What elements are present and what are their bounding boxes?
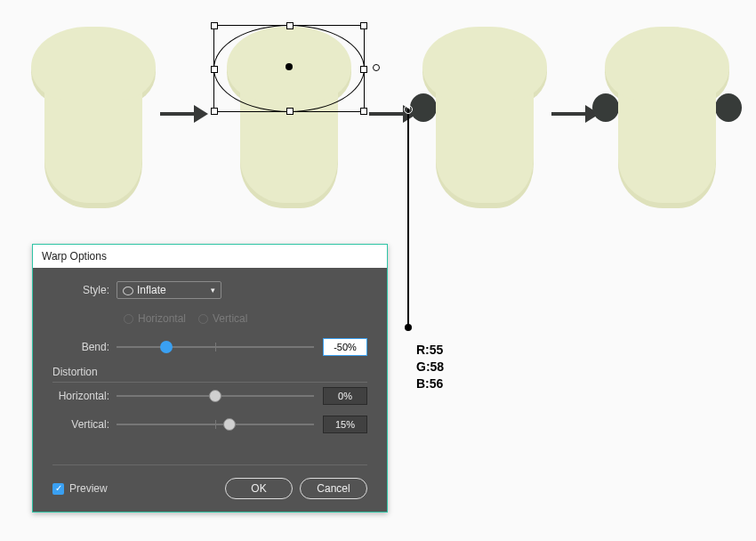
cap bbox=[31, 27, 156, 100]
dist-v-value-input[interactable]: 15% bbox=[323, 416, 367, 433]
dialog-body: Style: Inflate ▾ Horizontal Vertical Ben… bbox=[33, 268, 387, 434]
callout-end bbox=[405, 324, 412, 331]
arrow-icon bbox=[160, 105, 209, 123]
callout-origin bbox=[404, 105, 413, 114]
bend-label: Bend: bbox=[52, 341, 117, 353]
radio-horizontal-label: Horizontal bbox=[138, 312, 186, 325]
chevron-down-icon: ▾ bbox=[211, 286, 215, 295]
preview-checkbox[interactable]: ✓ Preview bbox=[52, 482, 218, 495]
dist-v-slider[interactable] bbox=[117, 416, 314, 433]
dist-h-value-input[interactable]: 0% bbox=[323, 387, 367, 405]
warp-options-dialog: Warp Options Style: Inflate ▾ Horizontal… bbox=[32, 244, 388, 513]
style-label: Style: bbox=[52, 284, 117, 296]
step-1-shape bbox=[31, 27, 156, 200]
ok-button[interactable]: OK bbox=[225, 478, 293, 499]
check-icon: ✓ bbox=[52, 483, 64, 495]
slider-thumb[interactable] bbox=[160, 341, 173, 353]
style-value: Inflate bbox=[137, 284, 166, 296]
handle-se[interactable] bbox=[360, 108, 367, 115]
step-2-shape bbox=[213, 27, 365, 200]
radio-vertical[interactable]: Vertical bbox=[198, 312, 247, 325]
cap bbox=[227, 27, 351, 100]
style-select[interactable]: Inflate ▾ bbox=[117, 281, 221, 299]
preview-label: Preview bbox=[69, 482, 108, 495]
side-widget[interactable] bbox=[373, 64, 380, 71]
cancel-button[interactable]: Cancel bbox=[300, 478, 367, 499]
handle-e[interactable] bbox=[360, 66, 367, 73]
dist-horizontal-row: Horizontal: 0% bbox=[52, 386, 367, 406]
rgb-r: R:55 bbox=[416, 342, 444, 359]
step-3-shape bbox=[422, 27, 547, 200]
radio-dot bbox=[198, 314, 208, 324]
inflate-icon bbox=[123, 287, 133, 295]
radio-horizontal[interactable]: Horizontal bbox=[124, 312, 186, 325]
rgb-g: G:58 bbox=[416, 359, 444, 375]
orientation-row: Horizontal Vertical bbox=[52, 309, 367, 328]
slider-thumb[interactable] bbox=[209, 390, 221, 402]
dist-v-label: Vertical: bbox=[52, 418, 117, 431]
right-ear bbox=[715, 93, 742, 122]
style-row: Style: Inflate ▾ bbox=[52, 280, 367, 300]
dist-vertical-row: Vertical: 15% bbox=[52, 415, 367, 434]
step-4-shape bbox=[605, 27, 729, 200]
bend-slider[interactable] bbox=[117, 338, 314, 356]
radio-dot bbox=[124, 314, 133, 324]
left-ear bbox=[592, 93, 619, 122]
dialog-title: Warp Options bbox=[33, 245, 387, 268]
bend-value-input[interactable]: -50% bbox=[323, 338, 367, 356]
radio-vertical-label: Vertical bbox=[213, 312, 247, 325]
handle-ne[interactable] bbox=[360, 22, 367, 29]
rgb-b: B:56 bbox=[416, 375, 444, 392]
cap bbox=[605, 27, 729, 100]
bend-row: Bend: -50% bbox=[52, 337, 367, 357]
dialog-footer: ✓ Preview OK Cancel bbox=[52, 464, 367, 499]
cap bbox=[422, 27, 547, 100]
rgb-readout: R:55 G:58 B:56 bbox=[416, 342, 444, 392]
dist-h-slider[interactable] bbox=[117, 387, 314, 405]
handle-sw[interactable] bbox=[211, 108, 218, 115]
handle-nw[interactable] bbox=[211, 22, 218, 29]
tutorial-steps bbox=[31, 27, 729, 200]
callout-line bbox=[407, 109, 409, 327]
dist-h-label: Horizontal: bbox=[52, 390, 117, 402]
distortion-head: Distortion bbox=[52, 366, 367, 383]
left-ear bbox=[410, 93, 437, 122]
handle-w[interactable] bbox=[211, 66, 218, 73]
slider-thumb[interactable] bbox=[223, 418, 236, 431]
